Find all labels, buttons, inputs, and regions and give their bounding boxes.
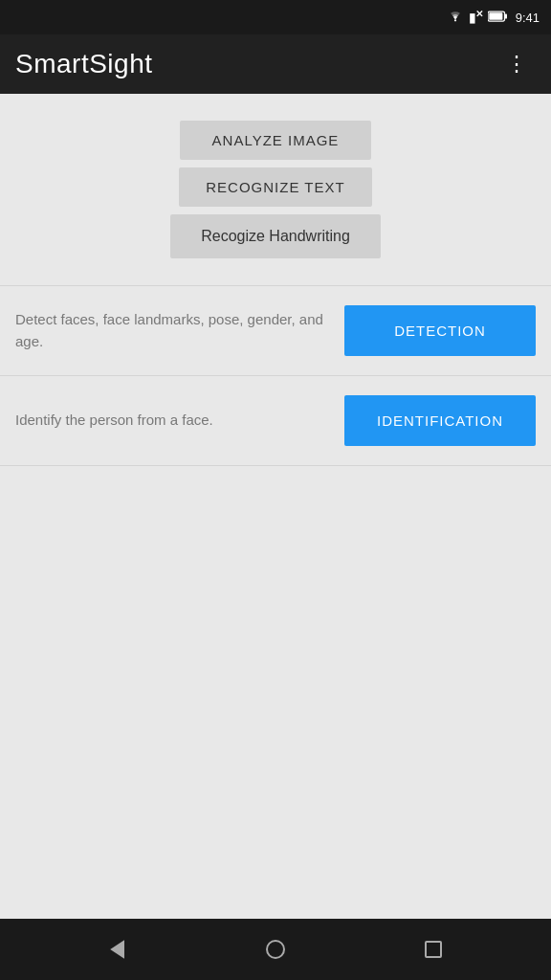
- home-button[interactable]: [264, 938, 287, 961]
- battery-icon: [488, 9, 507, 26]
- identification-button[interactable]: IDENTIFICATION: [344, 395, 536, 446]
- app-title: SmartSight: [15, 49, 153, 79]
- main-content: ANALYZE IMAGE RECOGNIZE TEXT Recogize Ha…: [0, 94, 551, 919]
- svg-rect-2: [505, 14, 507, 19]
- overflow-menu-button[interactable]: ⋮: [498, 46, 536, 82]
- identification-description: Identify the person from a face.: [15, 410, 344, 432]
- status-icons: ▮✕ 9:41: [447, 9, 540, 26]
- detection-row: Detect faces, face landmarks, pose, gend…: [0, 285, 551, 376]
- analyze-image-button[interactable]: ANALYZE IMAGE: [180, 121, 371, 160]
- svg-marker-4: [112, 942, 123, 957]
- signal-icon: ▮✕: [469, 9, 483, 25]
- status-time: 9:41: [516, 11, 540, 25]
- recognize-handwriting-button[interactable]: Recogize Handwriting: [170, 214, 381, 258]
- identification-row: Identify the person from a face. IDENTIF…: [0, 376, 551, 466]
- svg-point-5: [267, 941, 284, 958]
- svg-rect-6: [426, 942, 441, 957]
- app-bar: SmartSight ⋮: [0, 34, 551, 94]
- recents-button[interactable]: [422, 938, 445, 961]
- top-buttons-section: ANALYZE IMAGE RECOGNIZE TEXT Recogize Ha…: [170, 121, 381, 258]
- detection-button[interactable]: DETECTION: [344, 305, 536, 356]
- status-bar: ▮✕ 9:41: [0, 0, 551, 34]
- back-button[interactable]: [106, 938, 129, 961]
- nav-bar: [0, 919, 551, 980]
- svg-point-0: [454, 19, 456, 21]
- svg-rect-3: [489, 12, 502, 20]
- recognize-text-button[interactable]: RECOGNIZE TEXT: [179, 167, 371, 207]
- wifi-icon: [447, 9, 464, 26]
- detection-description: Detect faces, face landmarks, pose, gend…: [15, 309, 344, 352]
